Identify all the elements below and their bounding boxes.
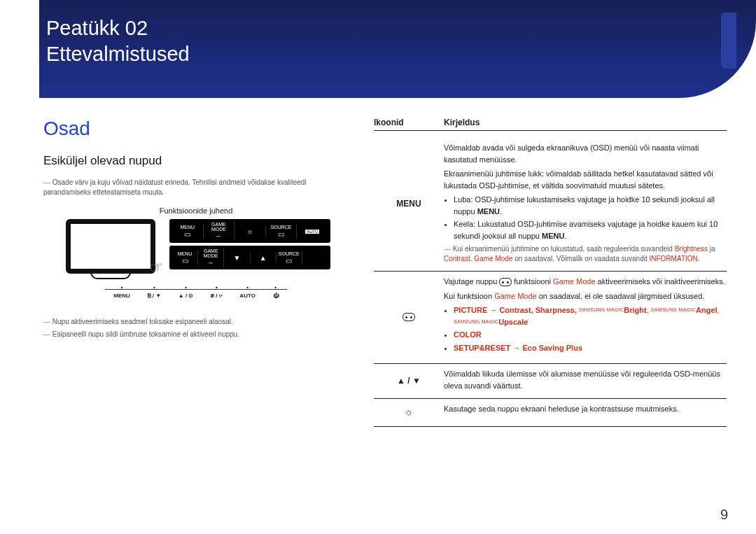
btn-label-power: ⏻ (273, 293, 279, 299)
icon-cell-brightness (374, 403, 444, 419)
guide-strip-2: MENU▭ GAME MODE⎓ ▼ ▲ SOURCE▭ (169, 246, 330, 269)
menu-bullet-list: Luba: OSD-juhtimise lukustamiseks vajuta… (454, 194, 727, 241)
guide-strip-1: MENU▭ GAME MODE⎓ ☼ SOURCE▭ AUTO (169, 219, 330, 243)
banner-side-tab (721, 13, 736, 69)
guide2-empty (302, 257, 328, 258)
source-box-icon: ▭ (278, 257, 300, 265)
content-area: Osad Esiküljel olevad nupud Osade värv j… (0, 98, 756, 427)
menu-text-icon: MENU (396, 197, 421, 210)
left-column: Osad Esiküljel olevad nupud Osade värv j… (43, 118, 349, 427)
game-desc-p2: Kui funktsioon Game Mode on saadaval, ei… (444, 290, 727, 302)
section-title-osad: Osad (43, 118, 349, 140)
page-number: 9 (720, 507, 728, 523)
guide1-menu: MENU▭ (172, 224, 204, 239)
guide2-source: SOURCE▭ (276, 251, 302, 265)
auto-badge: AUTO (305, 230, 320, 234)
triangle-up-icon: ▲ (252, 254, 274, 262)
game-bullet-list: PICTURE → Contrast, Sharpness, SAMSUNG M… (454, 304, 727, 353)
up-down-arrows-icon: ▲ / ▼ (397, 374, 421, 387)
subtitle-front-buttons: Esiküljel olevad nupud (43, 154, 349, 168)
desc-cell-arrows: Võimaldab liikuda ülemisse või alumisse … (444, 368, 727, 391)
table-head-kirjeldus: Kirjeldus (444, 118, 727, 127)
monitor-illustration (62, 219, 160, 279)
chapter-prefix: Peatükk (46, 17, 120, 39)
game-bullet-picture: PICTURE → Contrast, Sharpness, SAMSUNG M… (454, 304, 727, 328)
btn-label-menu: MENU (113, 293, 130, 299)
menu-box-icon: ▭ (174, 257, 196, 265)
table-header-row: Ikoonid Kirjeldus (374, 118, 727, 131)
guide1-game: GAME MODE⎓ (204, 221, 235, 241)
table-row-game: Vajutage nuppu funktsiooni Game Mode akt… (374, 272, 727, 364)
gamepad-icon-inline (499, 278, 512, 286)
physical-button-row: MENU ⎘ / ▼ ▲ / ⊙ ⎚ / ⟳ AUTO ⏻ (105, 289, 287, 299)
menu-desc-p2: Ekraanimenüü juhtimise lukk: võimaldab s… (444, 168, 727, 191)
game-desc-p1: Vajutage nuppu funktsiooni Game Mode akt… (444, 276, 727, 288)
source-box-icon: ▭ (267, 230, 295, 238)
triangle-down-icon: ▼ (225, 254, 248, 262)
desc-cell-brightness: Kasutage seda nuppu ekraani heleduse ja … (444, 403, 727, 419)
footnote-activate: Nupu aktiveerimiseks seadmel toksake esi… (43, 317, 349, 327)
menu-bullet-enable: Luba: OSD-juhtimise lukustamiseks vajuta… (454, 194, 727, 217)
guide-strips-stack: MENU▭ GAME MODE⎓ ☼ SOURCE▭ AUTO MENU▭ GA… (169, 219, 330, 272)
chapter-heading: Peatükk 02 Ettevalmistused (46, 15, 756, 67)
gamepad-icon (402, 313, 415, 321)
menu-bullet-disable: Keela: Lukustatud OSD-juhtimise avamisek… (454, 218, 727, 241)
table-head-ikoonid: Ikoonid (374, 118, 444, 127)
chapter-number: 02 (125, 17, 148, 39)
chapter-title: Ettevalmistused (46, 41, 756, 67)
gamepad-icon: ⎓ (200, 259, 222, 267)
right-column: Ikoonid Kirjeldus MENU Võimaldab avada v… (374, 118, 727, 427)
sun-icon: ☼ (236, 227, 264, 235)
btn-label-pair1: ⎘ / ▼ (148, 293, 162, 299)
menu-box-icon: ▭ (174, 230, 202, 238)
footnote-variation: Osade värv ja kuju võivad näidatust erin… (43, 178, 349, 197)
desc-cell-menu: Võimaldab avada või sulgeda ekraanikuva … (444, 142, 727, 264)
desc-cell-game: Vajutage nuppu funktsiooni Game Mode akt… (444, 276, 727, 356)
table-row-brightness: Kasutage seda nuppu ekraani heleduse ja … (374, 399, 727, 427)
menu-small-note: Kui ekraanimenüü juhtimine on lukustatud… (444, 244, 727, 264)
icon-cell-game (374, 276, 444, 356)
guide2-up: ▲ (251, 253, 276, 262)
icon-cell-arrows: ▲ / ▼ (374, 368, 444, 391)
pointing-hand-icon: ☞ (148, 257, 165, 277)
footnote-no-activate: Esipaneelil nupu sildi ümbruse toksamine… (43, 330, 349, 339)
guide1-source: SOURCE▭ (266, 224, 298, 239)
game-bullet-color: COLOR (454, 329, 727, 341)
guide2-game: GAME MODE⎓ (198, 248, 224, 267)
guide1-auto: AUTO (297, 228, 328, 234)
icon-cell-menu: MENU (374, 142, 444, 264)
table-row-arrows: ▲ / ▼ Võimaldab liikuda ülemisse või alu… (374, 364, 727, 399)
menu-desc-p1: Võimaldab avada või sulgeda ekraanikuva … (444, 142, 727, 165)
monitor-bezel (66, 219, 155, 274)
figure-function-guide: Funktsioonide juhend ☞ MENU▭ GAME MODE⎓ … (43, 206, 349, 299)
figure-caption: Funktsioonide juhend (160, 206, 233, 215)
btn-label-pair3: ⎚ / ⟳ (211, 293, 223, 299)
guide2-down: ▼ (224, 253, 250, 262)
chapter-banner: Peatükk 02 Ettevalmistused (39, 0, 756, 98)
btn-label-auto: AUTO (239, 293, 255, 299)
game-bullet-setup: SETUP&RESET → Eco Saving Plus (454, 342, 727, 354)
guide2-menu: MENU▭ (172, 251, 198, 265)
guide1-brightness: ☼ (234, 226, 266, 236)
btn-label-pair2: ▲ / ⊙ (178, 293, 194, 299)
table-row-menu: MENU Võimaldab avada või sulgeda ekraani… (374, 138, 727, 272)
gamepad-icon: ⎓ (205, 232, 233, 240)
